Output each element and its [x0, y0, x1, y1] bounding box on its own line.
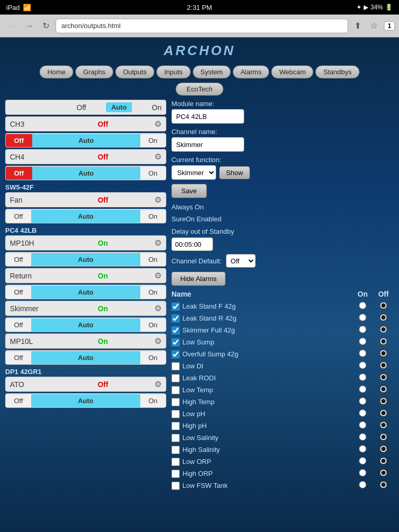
- fan-on-button[interactable]: On: [140, 210, 166, 223]
- alarm-radio-off[interactable]: [380, 385, 387, 393]
- alarm-checkbox[interactable]: [171, 434, 180, 442]
- mp10l-gear-icon[interactable]: ⚙: [154, 336, 162, 346]
- tab-count[interactable]: 1: [384, 21, 395, 31]
- alarm-radio-off[interactable]: [380, 481, 387, 488]
- ch3-on-button[interactable]: On: [140, 134, 166, 147]
- return-gear-icon[interactable]: ⚙: [154, 271, 162, 281]
- alarm-radio-off[interactable]: [380, 409, 387, 417]
- alarm-radio-off[interactable]: [380, 362, 387, 369]
- fan-off-button[interactable]: Off: [6, 210, 31, 223]
- alarm-checkbox[interactable]: [171, 386, 180, 394]
- alarm-radio-on[interactable]: [359, 326, 366, 333]
- nav-standbys[interactable]: Standbys: [315, 65, 359, 78]
- fan-gear-icon[interactable]: ⚙: [154, 195, 162, 205]
- alarm-radio-off[interactable]: [380, 338, 387, 345]
- nav-system[interactable]: System: [193, 65, 231, 78]
- ch3-auto-button[interactable]: Auto: [32, 134, 140, 147]
- bookmark-button[interactable]: ☆: [367, 19, 381, 33]
- alarm-radio-on[interactable]: [359, 481, 366, 488]
- channel-name-input[interactable]: [171, 137, 244, 152]
- mp10l-on-button[interactable]: On: [140, 351, 166, 364]
- alarm-radio-on[interactable]: [359, 469, 366, 476]
- refresh-button[interactable]: ↻: [39, 19, 52, 33]
- skimmer-gear-icon[interactable]: ⚙: [154, 303, 162, 313]
- alarm-radio-off[interactable]: [380, 374, 387, 381]
- alarm-radio-on[interactable]: [359, 385, 366, 393]
- skimmer-on-button[interactable]: On: [140, 318, 166, 331]
- mp10h-auto-button[interactable]: Auto: [31, 253, 140, 266]
- return-off-button[interactable]: Off: [6, 286, 31, 299]
- show-button[interactable]: Show: [219, 166, 250, 179]
- alarm-radio-off[interactable]: [380, 433, 387, 441]
- alarm-radio-on[interactable]: [359, 302, 366, 309]
- alarm-checkbox[interactable]: [171, 458, 180, 466]
- alarm-checkbox[interactable]: [171, 446, 180, 454]
- alarm-checkbox[interactable]: [171, 302, 180, 311]
- alarm-checkbox[interactable]: [171, 374, 180, 382]
- ato-on-button[interactable]: On: [140, 394, 166, 407]
- return-auto-button[interactable]: Auto: [31, 286, 140, 299]
- back-button[interactable]: ←: [4, 19, 19, 33]
- alarm-radio-on[interactable]: [359, 374, 366, 381]
- ato-off-button[interactable]: Off: [6, 394, 31, 407]
- ch4-auto-button[interactable]: Auto: [32, 167, 140, 180]
- alarm-checkbox[interactable]: [171, 362, 180, 370]
- alarm-radio-on[interactable]: [359, 314, 366, 321]
- alarm-radio-off[interactable]: [380, 421, 387, 429]
- alarm-radio-off[interactable]: [380, 314, 387, 321]
- mp10l-off-button[interactable]: Off: [6, 351, 31, 364]
- skimmer-off-button[interactable]: Off: [6, 318, 31, 331]
- ch4-gear-icon[interactable]: ⚙: [154, 152, 162, 162]
- forward-button[interactable]: →: [22, 19, 36, 33]
- alarm-radio-off[interactable]: [380, 445, 387, 453]
- alarm-radio-on[interactable]: [359, 350, 366, 357]
- alarm-radio-on[interactable]: [359, 338, 366, 345]
- alarm-radio-off[interactable]: [380, 326, 387, 333]
- save-button[interactable]: Save: [171, 184, 207, 198]
- mp10h-on-button[interactable]: On: [140, 253, 166, 266]
- alarm-radio-off[interactable]: [380, 302, 387, 309]
- alarm-radio-off[interactable]: [380, 457, 387, 464]
- ch3-off-button[interactable]: Off: [6, 134, 32, 147]
- alarm-radio-off[interactable]: [380, 350, 387, 357]
- nav-ecotech[interactable]: EcoTech: [176, 83, 223, 96]
- alarm-radio-on[interactable]: [359, 397, 366, 405]
- alarm-radio-off[interactable]: [380, 397, 387, 405]
- nav-home[interactable]: Home: [39, 65, 73, 78]
- mp10l-auto-button[interactable]: Auto: [31, 351, 140, 364]
- ato-gear-icon[interactable]: ⚙: [154, 379, 162, 389]
- nav-webcam[interactable]: Webcam: [271, 65, 313, 78]
- alarm-checkbox[interactable]: [171, 482, 180, 490]
- nav-outputs[interactable]: Outputs: [115, 65, 155, 78]
- fan-auto-button[interactable]: Auto: [31, 210, 140, 223]
- alarm-checkbox[interactable]: [171, 470, 180, 478]
- mp10h-off-button[interactable]: Off: [6, 253, 31, 266]
- module-name-input[interactable]: [171, 109, 244, 124]
- alarm-radio-on[interactable]: [359, 421, 366, 429]
- ch4-off-button[interactable]: Off: [6, 167, 32, 180]
- alarm-radio-on[interactable]: [359, 445, 366, 453]
- skimmer-auto-button[interactable]: Auto: [31, 318, 140, 331]
- share-button[interactable]: ⬆: [351, 19, 364, 33]
- delay-time-input[interactable]: [171, 237, 213, 251]
- alarm-checkbox[interactable]: [171, 314, 180, 323]
- alarm-checkbox[interactable]: [171, 338, 180, 347]
- nav-graphs[interactable]: Graphs: [75, 65, 113, 78]
- return-on-button[interactable]: On: [140, 286, 166, 299]
- alarm-checkbox[interactable]: [171, 326, 180, 335]
- channel-default-select[interactable]: Off On Auto: [226, 254, 256, 268]
- alarm-checkbox[interactable]: [171, 350, 180, 358]
- alarm-radio-off[interactable]: [380, 469, 387, 476]
- alarm-radio-on[interactable]: [359, 433, 366, 441]
- address-bar[interactable]: [56, 19, 348, 33]
- ch4-on-button[interactable]: On: [140, 167, 166, 180]
- nav-inputs[interactable]: Inputs: [156, 65, 190, 78]
- alarm-checkbox[interactable]: [171, 410, 180, 418]
- mp10h-gear-icon[interactable]: ⚙: [154, 238, 162, 248]
- alarm-checkbox[interactable]: [171, 398, 180, 406]
- alarm-radio-on[interactable]: [359, 457, 366, 464]
- alarm-radio-on[interactable]: [359, 362, 366, 369]
- alarm-radio-on[interactable]: [359, 409, 366, 417]
- ch3-gear-icon[interactable]: ⚙: [154, 119, 162, 129]
- alarm-checkbox[interactable]: [171, 422, 180, 430]
